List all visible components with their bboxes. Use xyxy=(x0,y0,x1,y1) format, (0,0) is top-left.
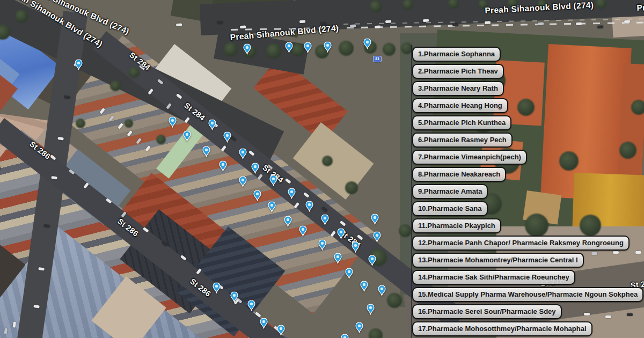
map-pin[interactable] xyxy=(253,190,261,201)
pharmacy-label[interactable]: 10.Pharmacie Sana xyxy=(412,201,488,216)
map-pin[interactable] xyxy=(355,322,363,333)
pharmacy-label[interactable]: 12.Pharmacie Panh Chapor/ Pharmacie Raks… xyxy=(412,236,630,251)
map-pin[interactable] xyxy=(277,325,285,336)
map-pin[interactable] xyxy=(251,163,259,174)
map-pin[interactable] xyxy=(208,119,216,130)
map-pin[interactable] xyxy=(288,188,296,199)
pharmacy-label[interactable]: 9.Pharmacie Amata xyxy=(412,184,488,199)
pharmacy-label[interactable]: 7.Pharmacie Vimeanpich(pech) xyxy=(412,150,527,165)
map-pin[interactable] xyxy=(345,268,353,279)
map-pin[interactable] xyxy=(247,300,255,311)
map-pin[interactable] xyxy=(371,214,379,225)
map-pin[interactable] xyxy=(334,253,342,264)
map-pin[interactable] xyxy=(269,175,277,186)
map-pin[interactable] xyxy=(202,146,210,157)
street-label: St 284 xyxy=(182,101,207,122)
map-pin[interactable] xyxy=(239,176,247,187)
map-pin[interactable] xyxy=(219,160,227,172)
map-pin[interactable] xyxy=(299,225,307,237)
map-pin[interactable] xyxy=(268,201,276,212)
map-pin[interactable] xyxy=(183,130,191,142)
street-label: Preah Sihanouk Blvd (274) xyxy=(636,0,644,13)
map-pin[interactable] xyxy=(230,291,238,303)
street-label: Street 199 xyxy=(0,132,2,172)
map-pin[interactable] xyxy=(284,216,292,227)
pharmacy-label[interactable]: 3.Pharmacie Neary Rath xyxy=(412,81,504,96)
pharmacy-label-list: 1.Pharmacie Sophanna2.Pharmacie Pich The… xyxy=(412,47,643,336)
map-pin[interactable] xyxy=(239,148,247,159)
street-label: St 284 xyxy=(128,50,152,72)
pharmacy-label[interactable]: 16.Pharmacie Serei Sour/Pharmacie Sdey xyxy=(412,304,562,319)
map-pin[interactable] xyxy=(367,304,375,315)
map-pin[interactable] xyxy=(337,228,345,239)
pharmacy-label[interactable]: 6.Pharmacie Rasmey Pech xyxy=(412,133,513,148)
street-label: Preah Sihanouk Blvd (274) xyxy=(6,0,104,49)
map-pin[interactable] xyxy=(169,116,177,128)
street-label: Preah Sihanouk Blvd (274) xyxy=(485,0,594,16)
pharmacy-label[interactable]: 13.Pharmacie Mohamontrey/Pharmacie Centr… xyxy=(412,253,584,268)
map-pin[interactable] xyxy=(260,318,268,329)
street-label: St 286 xyxy=(28,139,52,161)
map-pin[interactable] xyxy=(75,59,83,70)
map-pin[interactable] xyxy=(321,214,329,225)
pharmacy-label[interactable]: 1.Pharmacie Sophanna xyxy=(412,47,501,62)
map-pin[interactable] xyxy=(285,42,293,53)
map-pin[interactable] xyxy=(318,239,326,251)
map-pin[interactable] xyxy=(373,231,381,243)
map-canvas[interactable]: Preah Sihanouk Blvd (274)Preah Sihanouk … xyxy=(0,0,644,338)
street-label: St 286 xyxy=(116,217,140,238)
map-pin[interactable] xyxy=(368,255,376,266)
route-shield: 31 xyxy=(374,56,381,62)
pharmacy-label[interactable]: 15.Medical Supply Pharma Warehouse/Pharm… xyxy=(412,287,643,302)
pharmacy-label[interactable]: 5.Pharmacie Pich Kunthea xyxy=(412,115,511,130)
map-pin[interactable] xyxy=(363,38,371,49)
pharmacy-label[interactable]: 4.Pharmacie Heang Hong xyxy=(412,98,508,113)
map-pin[interactable] xyxy=(341,334,349,338)
map-pin[interactable] xyxy=(304,42,312,53)
pharmacy-label[interactable]: 14.Pharmacie Sak Sith/Pharmacie Roeunche… xyxy=(412,270,575,285)
map-pin[interactable] xyxy=(243,43,251,55)
pharmacy-label[interactable]: 17.Pharmacie Mohosotthmey/Pharmacie Moha… xyxy=(412,321,592,336)
map-pin[interactable] xyxy=(360,281,368,292)
pharmacy-label[interactable]: 8.Pharmacie Neakareach xyxy=(412,167,506,182)
street-label: St 286 xyxy=(188,277,213,298)
street-label: Preah Sihanouk Blvd (274) xyxy=(230,23,339,42)
map-pin[interactable] xyxy=(324,41,332,53)
map-pin[interactable] xyxy=(378,285,386,296)
map-pin[interactable] xyxy=(305,201,313,212)
pharmacy-label[interactable]: 2.Pharmacie Pich Theav xyxy=(412,64,504,79)
map-pin[interactable] xyxy=(213,282,221,293)
map-pin[interactable] xyxy=(223,131,231,143)
map-pin[interactable] xyxy=(352,241,360,253)
pharmacy-label[interactable]: 11.Pharmacie Pkaypich xyxy=(412,218,501,233)
